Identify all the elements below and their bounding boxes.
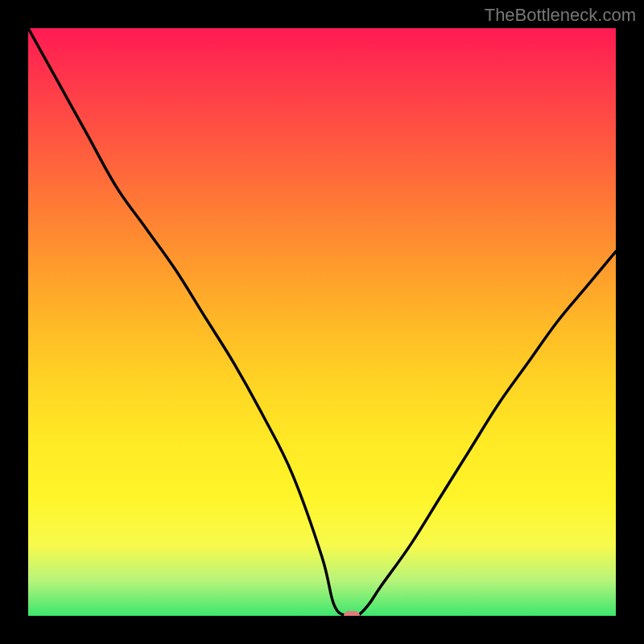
chart-frame: TheBottleneck.com [0, 0, 644, 644]
plot-area [28, 28, 616, 616]
bottleneck-curve [28, 28, 616, 616]
watermark-label: TheBottleneck.com [485, 5, 636, 26]
optimum-marker-icon [344, 611, 360, 616]
